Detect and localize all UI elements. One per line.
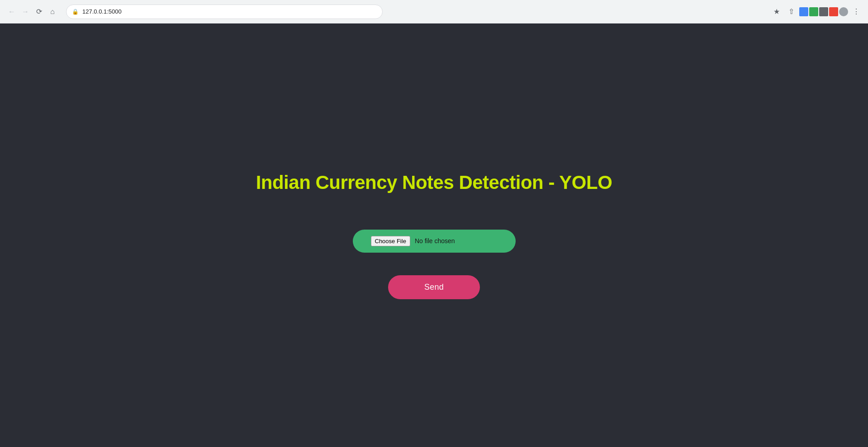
- choose-file-button[interactable]: Choose File: [371, 236, 410, 246]
- back-button[interactable]: ←: [5, 5, 18, 18]
- reload-button[interactable]: ⟳: [33, 5, 45, 18]
- browser-chrome: ← → ⟳ ⌂ 🔒 127.0.0.1:5000 ★ ⇧ ⋮: [0, 0, 868, 24]
- forward-button[interactable]: →: [19, 5, 32, 18]
- nav-buttons: ← → ⟳ ⌂: [5, 5, 59, 18]
- extension-icons: [799, 7, 848, 16]
- extension-icon-3: [819, 7, 828, 16]
- main-content: Indian Currency Notes Detection - YOLO C…: [0, 24, 868, 447]
- address-text: 127.0.0.1:5000: [82, 8, 377, 15]
- extension-icon-1: [799, 7, 808, 16]
- form-container: Choose File No file chosen Send: [353, 230, 516, 299]
- address-lock-icon: 🔒: [72, 9, 79, 15]
- file-input-wrapper[interactable]: Choose File No file chosen: [353, 230, 516, 253]
- file-status-text: No file chosen: [415, 237, 455, 245]
- menu-button[interactable]: ⋮: [850, 5, 863, 18]
- send-button[interactable]: Send: [388, 275, 480, 299]
- bookmark-button[interactable]: ★: [770, 5, 783, 18]
- extension-icon-5: [839, 7, 848, 16]
- page-title: Indian Currency Notes Detection - YOLO: [256, 172, 612, 193]
- extension-icon-2: [809, 7, 818, 16]
- address-bar[interactable]: 🔒 127.0.0.1:5000: [66, 5, 383, 19]
- extension-icon-4: [829, 7, 838, 16]
- browser-actions: ★ ⇧ ⋮: [770, 5, 863, 18]
- home-button[interactable]: ⌂: [46, 5, 59, 18]
- share-button[interactable]: ⇧: [785, 5, 797, 18]
